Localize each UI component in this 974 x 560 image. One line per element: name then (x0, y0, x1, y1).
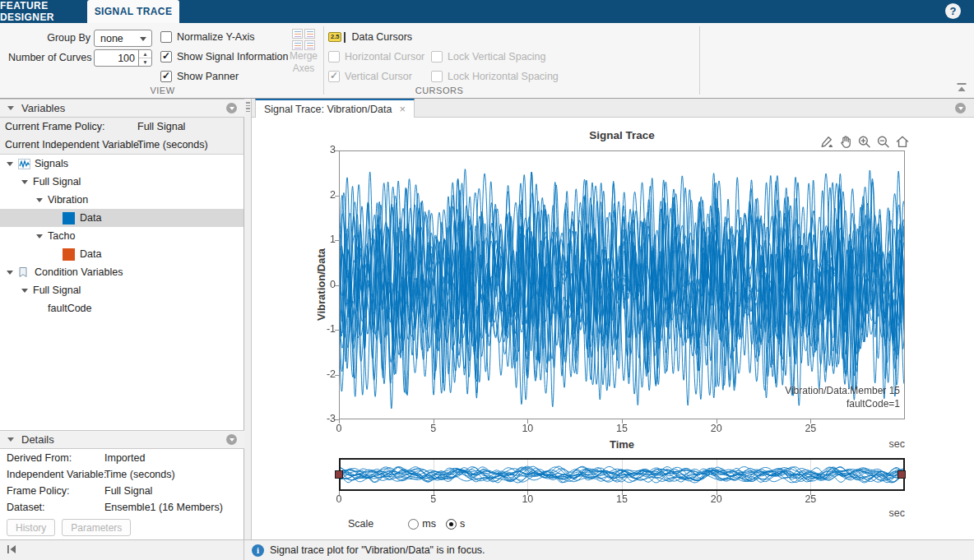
tab-signal-trace[interactable]: SIGNAL TRACE (87, 0, 179, 23)
radio-icon[interactable] (446, 519, 457, 530)
zoom-out-icon[interactable] (876, 135, 891, 149)
collapse-triangle-icon[interactable] (7, 437, 14, 442)
expander-icon[interactable] (20, 180, 30, 184)
annotation-line: faultCode=1 (653, 397, 900, 410)
checkbox-box[interactable] (431, 71, 443, 82)
checkbox-label: Lock Vertical Spacing (448, 51, 546, 62)
brush-icon[interactable] (819, 135, 834, 149)
collapse-ribbon-icon[interactable] (956, 82, 967, 93)
group-by-value: none (100, 33, 123, 44)
history-button[interactable]: History (7, 519, 55, 536)
collapse-triangle-icon[interactable] (7, 106, 14, 110)
status-bar: i Signal trace plot for "Vibration/Data"… (0, 539, 974, 560)
tree-item-label: Tacho (48, 230, 75, 242)
home-icon[interactable] (895, 135, 910, 149)
checkbox-normalize-y-axis[interactable]: Normalize Y-Axis (160, 30, 289, 43)
y-tick-label: 1 (299, 234, 336, 245)
panner-tick-label: 10 (522, 493, 533, 505)
stepper-up-icon[interactable]: ▲ (139, 50, 151, 58)
axes-toolbar (819, 135, 910, 149)
tree-item-label: Condition Variables (35, 266, 123, 278)
tree-item-data[interactable]: Data (0, 245, 244, 263)
radio-icon[interactable] (408, 519, 419, 530)
chevron-down-icon (140, 37, 146, 41)
tree-item-signals[interactable]: Signals (0, 155, 244, 173)
panner-unit: sec (839, 507, 905, 519)
tree-item-full-signal[interactable]: Full Signal (0, 281, 244, 299)
tab-signal-trace-document[interactable]: Signal Trace: Vibration/Data × (255, 99, 415, 118)
parameters-button[interactable]: Parameters (62, 519, 131, 536)
group-by-dropdown[interactable]: none (94, 30, 152, 47)
expander-icon[interactable] (20, 289, 30, 293)
number-of-curves-stepper[interactable]: 100 ▲▼ (94, 49, 152, 67)
scale-radio-s[interactable]: s (446, 518, 465, 530)
tree-item-vibration[interactable]: Vibration (0, 191, 244, 209)
info-row: Current Independent Variable: Time (seco… (0, 136, 244, 154)
tree-item-condition-variables[interactable]: Condition Variables (0, 263, 244, 281)
scale-radio-ms[interactable]: ms (408, 518, 436, 530)
details-panel-header[interactable]: Details (0, 430, 244, 449)
x-tick-label: 5 (430, 423, 436, 434)
tree-item-label: Data (80, 248, 101, 260)
checkbox-label: Show Signal Information (177, 51, 289, 62)
checkbox-horizontal-cursor[interactable]: Horizontal Cursor (328, 50, 431, 62)
panel-splitter[interactable] (244, 99, 252, 539)
checkbox-lock-horizontal-spacing[interactable]: Lock Horizontal Spacing (431, 70, 559, 82)
panel-menu-icon[interactable] (226, 103, 237, 113)
details-value: Full Signal (104, 485, 152, 497)
checkbox-label: Vertical Cursor (345, 71, 412, 82)
checkbox-box[interactable] (431, 51, 443, 62)
checkbox-box[interactable] (328, 51, 340, 62)
stepper-down-icon[interactable]: ▼ (139, 58, 151, 66)
checkbox-box[interactable]: ✓ (160, 71, 172, 82)
expander-icon[interactable] (35, 198, 44, 202)
checkbox-box[interactable]: ✓ (160, 51, 172, 62)
tree-item-label: Full Signal (33, 285, 81, 296)
radio-label: ms (422, 518, 436, 530)
titlebar: FEATURE DESIGNER SIGNAL TRACE ? (0, 0, 974, 23)
tree-item-data[interactable]: Data (0, 209, 244, 227)
tab-feature-designer[interactable]: FEATURE DESIGNER (0, 0, 87, 23)
x-axis-unit: sec (839, 438, 905, 450)
y-tick-label: -3 (299, 413, 336, 424)
checkbox-label: Lock Horizontal Spacing (448, 71, 559, 82)
checkbox-box[interactable] (160, 31, 172, 43)
document-menu-icon[interactable] (955, 103, 966, 113)
x-tick-label: 20 (711, 423, 722, 434)
info-icon: i (252, 544, 264, 557)
merge-axes-button[interactable]: Merge Axes (285, 29, 322, 75)
details-value: Time (seconds) (104, 469, 175, 480)
pan-icon[interactable] (838, 135, 853, 149)
help-icon[interactable]: ? (945, 3, 961, 19)
variables-panel-header[interactable]: Variables (0, 99, 244, 118)
close-icon[interactable]: × (399, 104, 406, 114)
number-of-curves-value[interactable]: 100 (95, 50, 138, 66)
checkbox-show-signal-information[interactable]: ✓Show Signal Information (160, 50, 289, 62)
stepper-arrows[interactable]: ▲▼ (138, 50, 151, 66)
tree-item-faultcode[interactable]: faultCode (0, 299, 244, 317)
checkbox-show-panner[interactable]: ✓Show Panner (160, 70, 289, 82)
annotation-line: Vibration/Data:Member 15 (653, 384, 900, 397)
y-tick-label: -1 (299, 323, 336, 335)
expander-icon[interactable] (5, 162, 15, 166)
data-cursors-icon: 2.5 (328, 32, 341, 42)
checkbox-box[interactable]: ✓ (328, 71, 340, 82)
scale-row: Scale mss (348, 517, 465, 530)
toolstrip-separator (323, 26, 324, 95)
merge-axes-label: Merge (285, 50, 322, 62)
checkbox-lock-vertical-spacing[interactable]: Lock Vertical Spacing (431, 50, 559, 62)
tree-item-full-signal[interactable]: Full Signal (0, 173, 244, 191)
variables-info: Current Frame Policy: Full Signal Curren… (0, 118, 244, 155)
collapse-left-icon[interactable] (7, 544, 17, 557)
panel-menu-icon[interactable] (226, 434, 237, 445)
x-tick-label: 0 (336, 423, 342, 434)
status-text: Signal trace plot for "Vibration/Data" i… (270, 544, 485, 556)
tree-item-tacho[interactable]: Tacho (0, 227, 244, 245)
expander-icon[interactable] (35, 234, 44, 238)
checkbox-vertical-cursor[interactable]: ✓Vertical Cursor (328, 70, 431, 82)
zoom-in-icon[interactable] (857, 135, 872, 149)
panner[interactable] (332, 456, 908, 497)
expander-icon[interactable] (5, 271, 15, 275)
data-cursors-button[interactable]: 2.5 Data Cursors (328, 30, 412, 44)
details-value: Ensemble1 (16 Members) (104, 502, 223, 513)
